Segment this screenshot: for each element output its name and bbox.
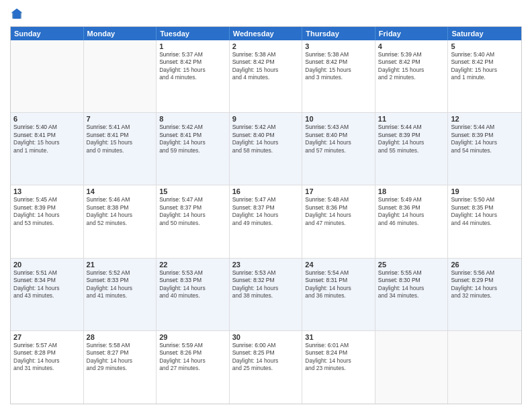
- daylight-text: Daylight: 14 hours: [232, 212, 279, 218]
- daylight-text: Daylight: 14 hours: [451, 212, 497, 218]
- day-info: Sunrise: 5:38 AMSunset: 8:42 PMDaylight:…: [232, 51, 300, 82]
- day-info: Sunrise: 5:53 AMSunset: 8:32 PMDaylight:…: [232, 269, 300, 300]
- sunrise-text: Sunrise: 5:47 AM: [232, 196, 276, 203]
- sunset-text: Sunset: 8:29 PM: [451, 277, 493, 283]
- sunrise-text: Sunrise: 5:59 AM: [159, 342, 203, 349]
- day-info: Sunrise: 5:53 AMSunset: 8:33 PMDaylight:…: [159, 269, 226, 300]
- day-number: 7: [87, 115, 154, 123]
- day-info: Sunrise: 5:49 AMSunset: 8:36 PMDaylight:…: [378, 196, 445, 227]
- daylight-text: and 31 minutes.: [13, 365, 54, 371]
- day-info: Sunrise: 5:42 AMSunset: 8:41 PMDaylight:…: [159, 124, 226, 154]
- daylight-text: Daylight: 14 hours: [305, 357, 351, 364]
- calendar-row: 6Sunrise: 5:40 AMSunset: 8:41 PMDaylight…: [11, 113, 521, 185]
- sunrise-text: Sunrise: 5:51 AM: [13, 269, 57, 276]
- weekday-header: Friday: [375, 27, 449, 40]
- daylight-text: Daylight: 14 hours: [305, 212, 351, 218]
- calendar-cell: [448, 331, 521, 404]
- calendar-row: 13Sunrise: 5:45 AMSunset: 8:39 PMDayligh…: [11, 185, 521, 258]
- daylight-text: and 57 minutes.: [305, 147, 345, 154]
- sunrise-text: Sunrise: 5:44 AM: [451, 124, 494, 130]
- day-number: 16: [232, 187, 300, 195]
- calendar-cell: 13Sunrise: 5:45 AMSunset: 8:39 PMDayligh…: [11, 185, 84, 257]
- calendar-cell: 17Sunrise: 5:48 AMSunset: 8:36 PMDayligh…: [302, 185, 375, 257]
- daylight-text: and 41 minutes.: [87, 292, 127, 299]
- day-info: Sunrise: 5:56 AMSunset: 8:29 PMDaylight:…: [451, 269, 519, 300]
- daylight-text: and 46 minutes.: [378, 220, 418, 226]
- sunset-text: Sunset: 8:42 PM: [451, 58, 493, 65]
- sunset-text: Sunset: 8:33 PM: [159, 277, 202, 283]
- daylight-text: Daylight: 14 hours: [13, 212, 60, 218]
- sunrise-text: Sunrise: 5:49 AM: [378, 196, 422, 203]
- day-number: 14: [87, 187, 154, 195]
- day-info: Sunrise: 5:37 AMSunset: 8:42 PMDaylight:…: [159, 51, 226, 82]
- daylight-text: Daylight: 14 hours: [13, 357, 60, 364]
- daylight-text: Daylight: 14 hours: [159, 139, 206, 146]
- daylight-text: Daylight: 14 hours: [232, 139, 279, 146]
- daylight-text: and 4 minutes.: [232, 74, 270, 81]
- sunset-text: Sunset: 8:33 PM: [87, 277, 129, 283]
- daylight-text: Daylight: 15 hours: [87, 139, 133, 146]
- daylight-text: and 53 minutes.: [13, 220, 54, 226]
- calendar-cell: 1Sunrise: 5:37 AMSunset: 8:42 PMDaylight…: [157, 40, 230, 112]
- sunrise-text: Sunrise: 5:55 AM: [378, 269, 422, 276]
- page: SundayMondayTuesdayWednesdayThursdayFrid…: [0, 0, 532, 411]
- day-number: 2: [232, 42, 300, 50]
- daylight-text: Daylight: 14 hours: [305, 285, 351, 291]
- daylight-text: and 59 minutes.: [159, 147, 200, 154]
- day-number: 3: [305, 42, 372, 50]
- sunset-text: Sunset: 8:27 PM: [87, 349, 129, 356]
- logo-icon: [10, 7, 24, 21]
- weekday-header: Sunday: [11, 27, 84, 40]
- daylight-text: and 52 minutes.: [87, 220, 127, 226]
- day-info: Sunrise: 5:44 AMSunset: 8:39 PMDaylight:…: [451, 124, 519, 154]
- day-number: 25: [378, 261, 445, 269]
- sunset-text: Sunset: 8:24 PM: [305, 349, 347, 356]
- daylight-text: Daylight: 14 hours: [13, 285, 60, 291]
- sunrise-text: Sunrise: 6:01 AM: [305, 342, 349, 349]
- calendar-row: 20Sunrise: 5:51 AMSunset: 8:34 PMDayligh…: [11, 259, 521, 331]
- daylight-text: and 47 minutes.: [305, 220, 345, 226]
- day-number: 12: [451, 115, 519, 123]
- day-number: 29: [159, 333, 226, 341]
- sunset-text: Sunset: 8:25 PM: [232, 349, 275, 356]
- day-number: 26: [451, 261, 519, 269]
- calendar-cell: 3Sunrise: 5:38 AMSunset: 8:42 PMDaylight…: [302, 40, 375, 112]
- sunrise-text: Sunrise: 5:46 AM: [87, 196, 130, 203]
- daylight-text: Daylight: 14 hours: [87, 212, 133, 218]
- daylight-text: and 1 minute.: [13, 147, 48, 154]
- day-number: 8: [159, 115, 226, 123]
- daylight-text: and 44 minutes.: [451, 220, 491, 226]
- calendar-cell: 6Sunrise: 5:40 AMSunset: 8:41 PMDaylight…: [11, 113, 84, 185]
- calendar: SundayMondayTuesdayWednesdayThursdayFrid…: [10, 26, 522, 404]
- daylight-text: and 40 minutes.: [159, 292, 200, 299]
- daylight-text: Daylight: 14 hours: [159, 285, 206, 291]
- sunrise-text: Sunrise: 5:38 AM: [232, 51, 276, 58]
- day-info: Sunrise: 5:47 AMSunset: 8:37 PMDaylight:…: [159, 196, 226, 227]
- daylight-text: and 4 minutes.: [159, 74, 197, 81]
- day-info: Sunrise: 5:59 AMSunset: 8:26 PMDaylight:…: [159, 342, 226, 373]
- calendar-cell: [84, 40, 157, 112]
- sunset-text: Sunset: 8:39 PM: [451, 132, 493, 138]
- weekday-header: Monday: [84, 27, 157, 40]
- calendar-body: 1Sunrise: 5:37 AMSunset: 8:42 PMDaylight…: [11, 40, 521, 404]
- day-info: Sunrise: 5:51 AMSunset: 8:34 PMDaylight:…: [13, 269, 81, 300]
- sunset-text: Sunset: 8:39 PM: [13, 204, 56, 211]
- calendar-cell: 10Sunrise: 5:43 AMSunset: 8:40 PMDayligh…: [302, 113, 375, 185]
- day-info: Sunrise: 5:54 AMSunset: 8:31 PMDaylight:…: [305, 269, 372, 300]
- calendar-cell: 2Sunrise: 5:38 AMSunset: 8:42 PMDaylight…: [230, 40, 303, 112]
- sunrise-text: Sunrise: 5:44 AM: [378, 124, 422, 130]
- sunrise-text: Sunrise: 5:54 AM: [305, 269, 349, 276]
- calendar-cell: 22Sunrise: 5:53 AMSunset: 8:33 PMDayligh…: [157, 259, 230, 330]
- calendar-cell: [11, 40, 84, 112]
- daylight-text: and 58 minutes.: [232, 147, 273, 154]
- day-info: Sunrise: 5:52 AMSunset: 8:33 PMDaylight:…: [87, 269, 154, 300]
- calendar-cell: 19Sunrise: 5:50 AMSunset: 8:35 PMDayligh…: [448, 185, 521, 257]
- day-info: Sunrise: 5:40 AMSunset: 8:42 PMDaylight:…: [451, 51, 519, 82]
- daylight-text: and 36 minutes.: [305, 292, 345, 299]
- day-number: 22: [159, 261, 226, 269]
- daylight-text: Daylight: 14 hours: [87, 357, 133, 364]
- daylight-text: Daylight: 14 hours: [232, 285, 279, 291]
- calendar-cell: 14Sunrise: 5:46 AMSunset: 8:38 PMDayligh…: [84, 185, 157, 257]
- calendar-cell: 7Sunrise: 5:41 AMSunset: 8:41 PMDaylight…: [84, 113, 157, 185]
- daylight-text: Daylight: 15 hours: [13, 139, 60, 146]
